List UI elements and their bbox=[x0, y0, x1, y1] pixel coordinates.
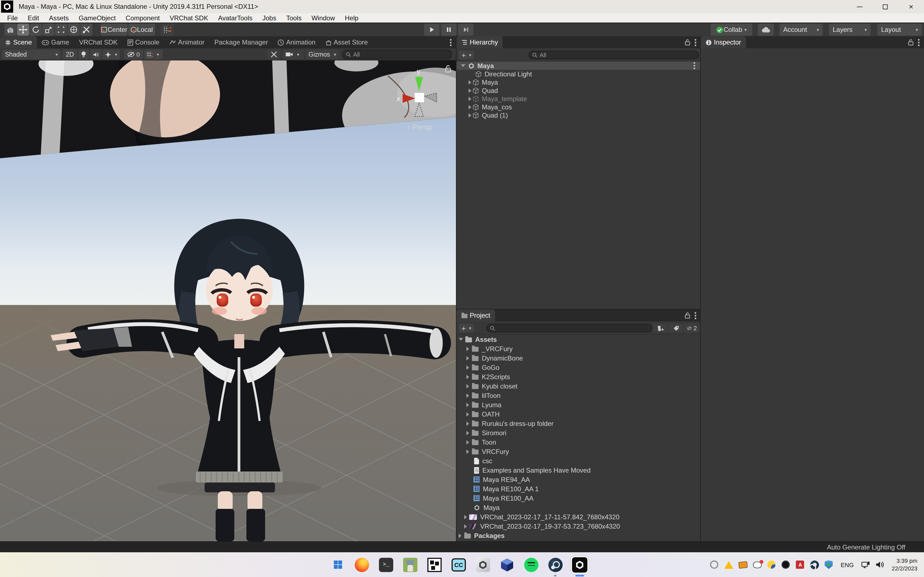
scene-audio-toggle[interactable] bbox=[90, 50, 101, 60]
grid-snap-button[interactable] bbox=[161, 24, 174, 36]
expand-icon[interactable] bbox=[467, 440, 469, 444]
maximize-button[interactable] bbox=[872, 0, 898, 13]
rect-tool-button[interactable] bbox=[55, 24, 67, 36]
expand-icon[interactable] bbox=[464, 524, 467, 529]
project-row[interactable]: Toon bbox=[457, 437, 701, 447]
tray-autohotkey-icon[interactable]: A bbox=[796, 560, 805, 569]
network-icon[interactable] bbox=[861, 560, 871, 569]
hidden-packages-button[interactable]: 2 bbox=[684, 324, 699, 332]
expand-icon[interactable] bbox=[468, 113, 471, 117]
expand-icon[interactable] bbox=[468, 105, 471, 109]
scene-grid-dropdown[interactable]: ▾ bbox=[144, 50, 163, 60]
project-row[interactable]: csc bbox=[457, 456, 701, 466]
gizmos-dropdown[interactable]: Gizmos ▾ bbox=[306, 50, 339, 60]
taskbar-unity-editor[interactable] bbox=[571, 556, 588, 574]
tray-drive-icon[interactable] bbox=[724, 560, 733, 569]
project-row[interactable]: VRChat_2023-02-17_17-11-57.842_7680x4320 bbox=[457, 512, 701, 522]
expand-icon[interactable] bbox=[467, 356, 469, 360]
taskbar-spotify[interactable] bbox=[522, 556, 540, 574]
hierarchy-row[interactable]: Maya bbox=[457, 78, 701, 86]
custom-tool-button[interactable] bbox=[80, 24, 92, 36]
close-button[interactable]: × bbox=[898, 0, 924, 13]
taskbar-pixel-app[interactable] bbox=[426, 556, 443, 574]
expand-icon[interactable] bbox=[468, 80, 471, 84]
tray-security-icon[interactable] bbox=[824, 560, 834, 569]
menu-vrchat-sdk[interactable]: VRChat SDK bbox=[165, 14, 213, 22]
y-axis-cone[interactable] bbox=[415, 77, 423, 91]
hierarchy-scene-row[interactable]: Maya bbox=[457, 61, 701, 70]
language-indicator[interactable]: ENG bbox=[841, 561, 854, 568]
pivot-center-button[interactable]: Center bbox=[101, 24, 128, 36]
project-row[interactable]: Maya bbox=[457, 503, 701, 512]
transform-tool-button[interactable] bbox=[68, 24, 80, 36]
expand-icon[interactable] bbox=[468, 97, 471, 101]
taskbar-terminal[interactable]: >_ bbox=[377, 556, 395, 574]
hierarchy-create-button[interactable]: +▾ bbox=[459, 50, 474, 60]
scene-orientation-gizmo[interactable]: y x ‹ Persp bbox=[393, 66, 448, 134]
hierarchy-row[interactable]: Quad bbox=[457, 86, 701, 95]
inspector-lock-icon[interactable] bbox=[908, 39, 914, 46]
project-row[interactable]: Maya RE94_AA bbox=[457, 475, 701, 484]
rotate-tool-button[interactable] bbox=[30, 24, 42, 36]
tab-inspector[interactable]: Inspector bbox=[701, 36, 746, 48]
tray-weather-icon[interactable] bbox=[767, 560, 776, 569]
project-create-button[interactable]: +▾ bbox=[459, 324, 474, 332]
search-by-type-button[interactable] bbox=[653, 324, 668, 332]
cloud-button[interactable] bbox=[758, 24, 774, 36]
project-row[interactable]: Examples and Samples Have Moved bbox=[457, 466, 701, 475]
persp-label[interactable]: ‹ Persp bbox=[407, 123, 432, 131]
tab-console[interactable]: Console bbox=[123, 36, 165, 48]
minimize-button[interactable] bbox=[846, 0, 872, 13]
volume-icon[interactable] bbox=[876, 560, 885, 569]
scene-lighting-toggle[interactable] bbox=[78, 50, 89, 60]
move-tool-button[interactable] bbox=[17, 24, 29, 36]
expand-icon[interactable] bbox=[459, 533, 462, 538]
gizmo-center-cube[interactable] bbox=[415, 93, 424, 102]
project-row[interactable]: Maya RE100_AA bbox=[457, 493, 701, 503]
account-dropdown[interactable]: Account ▾ bbox=[779, 24, 823, 36]
tab-asset-store[interactable]: Asset Store bbox=[320, 36, 373, 48]
taskbar-steam[interactable] bbox=[547, 556, 564, 574]
hierarchy-search-input[interactable]: All bbox=[528, 50, 699, 60]
scene-row-menu-icon[interactable] bbox=[693, 65, 695, 66]
tab-project[interactable]: Project bbox=[457, 309, 495, 321]
layout-dropdown[interactable]: Layout ▾ bbox=[877, 24, 922, 36]
hierarchy-row[interactable]: Directional Light bbox=[457, 70, 701, 78]
menu-assets[interactable]: Assets bbox=[44, 14, 74, 22]
play-button[interactable] bbox=[424, 24, 439, 36]
back-axis-cone-right[interactable] bbox=[425, 93, 437, 102]
menu-file[interactable]: File bbox=[2, 14, 23, 22]
expand-icon[interactable] bbox=[467, 393, 469, 398]
expand-icon[interactable] bbox=[467, 374, 469, 379]
layers-dropdown[interactable]: Layers ▾ bbox=[829, 24, 871, 36]
tray-discord-icon[interactable] bbox=[753, 560, 762, 569]
taskbar-firefox[interactable] bbox=[353, 556, 371, 574]
scene-tools-button[interactable] bbox=[267, 50, 281, 60]
project-row[interactable]: OATH bbox=[457, 409, 701, 419]
project-row[interactable]: Ruruku's dress-up folder bbox=[457, 419, 701, 428]
taskbar-clock[interactable]: 3:39 pm 22/2/2023 bbox=[892, 558, 918, 572]
project-row[interactable]: lilToon bbox=[457, 391, 701, 400]
menu-jobs[interactable]: Jobs bbox=[257, 14, 281, 22]
window-titlebar[interactable]: Maya - Maya - PC, Mac & Linux Standalone… bbox=[0, 0, 924, 13]
expand-icon[interactable] bbox=[467, 421, 469, 425]
menu-avatartools[interactable]: AvatarTools bbox=[213, 14, 257, 22]
scene-visibility-toggle[interactable]: 0 bbox=[124, 50, 143, 60]
expand-icon[interactable] bbox=[467, 430, 469, 435]
step-button[interactable] bbox=[458, 24, 473, 36]
project-search-input[interactable] bbox=[486, 324, 652, 332]
expand-icon[interactable] bbox=[467, 365, 469, 369]
tab-animation[interactable]: Animation bbox=[273, 36, 320, 48]
tab-vrchat-sdk[interactable]: VRChat SDK bbox=[74, 36, 123, 48]
project-row[interactable]: Lyuma bbox=[457, 400, 701, 409]
project-row-packages[interactable]: Packages bbox=[457, 531, 701, 540]
tray-vrc-icon[interactable] bbox=[710, 560, 719, 569]
start-button[interactable] bbox=[329, 556, 347, 574]
menu-tools[interactable]: Tools bbox=[281, 14, 307, 22]
expand-icon[interactable] bbox=[467, 384, 469, 388]
project-row[interactable]: K2Scripts bbox=[457, 372, 701, 381]
hierarchy-menu-icon[interactable] bbox=[695, 42, 696, 43]
hand-tool-button[interactable] bbox=[5, 24, 16, 36]
scene-lock-icon[interactable] bbox=[444, 65, 452, 73]
expand-icon[interactable] bbox=[467, 403, 469, 407]
